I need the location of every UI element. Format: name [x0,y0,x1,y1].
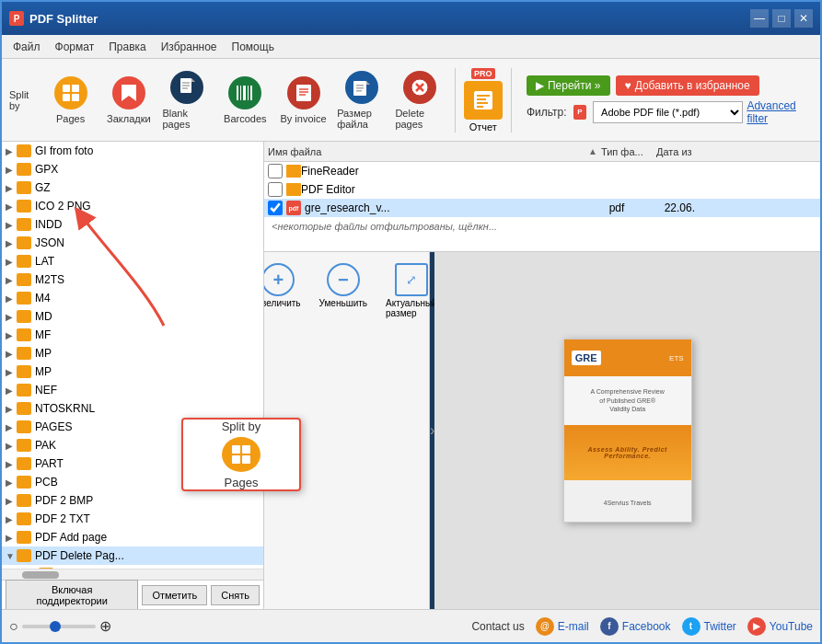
tool-delete-pages[interactable]: Delete pages [392,64,446,136]
add-favorites-button[interactable]: ♥ Добавить в избранное [616,75,759,96]
tree-item-json[interactable]: ▶ JSON [2,234,263,252]
tree-item-mf[interactable]: ▶ MF [2,326,263,344]
folder-icon [17,181,31,194]
tree-item-mp2[interactable]: ▶ MP [2,362,263,381]
filter-row: Фильтр: P Adobe PDF file (*.pdf) Advance… [527,99,813,125]
tree-item-mp1[interactable]: ▶ MP [2,344,263,362]
file-checkbox[interactable] [268,201,283,215]
svg-rect-2 [63,94,70,101]
include-subdirs-button[interactable]: Включая поддиректории [6,580,138,610]
tree-item-ico2png[interactable]: ▶ ICO 2 PNG [2,197,263,215]
advanced-filter-link[interactable]: Advanced filter [747,99,813,125]
report-icon [464,81,503,120]
twitter-link[interactable]: t Twitter [682,617,736,636]
file-row-pdf-editor[interactable]: PDF Editor [264,180,820,199]
barcodes-icon [228,76,261,109]
zoom-out-button[interactable]: − Уменьшить [316,259,371,322]
report-button[interactable]: PRO Отчет [462,64,504,136]
blank-pages-icon [170,71,203,104]
file-list-scroll[interactable]: FineReader PDF Editor [264,162,820,251]
tree-item-pdf2txt[interactable]: ▶ PDF 2 TXT [2,510,263,528]
tree-item-nef[interactable]: ▶ NEF [2,381,263,399]
file-tree-panel: ▶ GI from foto ▶ GPX ▶ GZ [2,142,264,609]
youtube-link[interactable]: ▶ YouTube [747,617,813,636]
file-row-gre-research[interactable]: pdf gre_research_v... pdf 22.06. [264,199,820,217]
file-name: PDF Editor [301,183,608,196]
facebook-link[interactable]: f Facebook [600,617,671,636]
menu-format[interactable]: Формат [48,39,102,55]
tool-bookmarks[interactable]: Закладки [101,64,156,136]
file-tree-scroll[interactable]: ▶ GI from foto ▶ GPX ▶ GZ [2,142,263,569]
status-bar: ○ ⊕ Contact us @ E-mail f Facebook t Twi… [2,609,820,642]
zoom-slider[interactable] [22,625,96,628]
folder-icon [17,310,31,323]
folder-icon [17,384,31,397]
maximize-button[interactable]: □ [772,9,791,28]
zoom-minus-button[interactable]: ○ [9,618,18,635]
minimize-button[interactable]: — [750,9,769,28]
filesize-icon [345,71,378,104]
menu-file[interactable]: Файл [6,39,48,55]
tool-by-invoice[interactable]: By invoice [276,64,330,136]
tool-pages[interactable]: Pages [43,64,98,136]
tree-item-pdf-delete-page[interactable]: ▼ PDF Delete Pag... [2,546,263,565]
tool-filesize[interactable]: Размер файла [334,64,388,136]
tree-item-m2ts[interactable]: ▶ M2TS [2,270,263,289]
tree-item-indd[interactable]: ▶ INDD [2,215,263,234]
svg-rect-31 [477,106,483,108]
menu-edit[interactable]: Правка [101,39,154,55]
svg-rect-11 [240,86,241,100]
folder-icon [17,328,31,341]
menu-favorites[interactable]: Избранное [154,39,225,55]
mark-button[interactable]: Отметить [142,585,207,605]
tree-item-pdf-add-page[interactable]: ▶ PDF Add page [2,528,263,546]
file-row-finereader[interactable]: FineReader [264,162,820,180]
folder-icon [17,512,31,525]
zoom-plus-button[interactable]: ⊕ [99,617,111,635]
col-date: Дата из [656,146,816,157]
tree-item-pdf2bmp[interactable]: ▶ PDF 2 BMP [2,491,263,510]
navigate-button[interactable]: ▶ Перейти » [527,75,610,96]
main-window: P PDF Splitter — □ ✕ Файл Формат Правка … [0,0,822,644]
email-link[interactable]: @ E-mail [536,617,589,636]
tree-item-gpx[interactable]: ▶ GPX [2,160,263,178]
zoom-in-button[interactable]: + Увеличить [264,259,305,322]
unmark-button[interactable]: Снять [211,585,260,605]
file-checkbox[interactable] [268,164,283,178]
tree-item-m4[interactable]: ▶ M4 [2,289,263,307]
folder-icon [17,236,31,249]
close-button[interactable]: ✕ [794,9,813,28]
zoom-control: ○ ⊕ [9,617,111,635]
svg-marker-20 [366,81,370,85]
filter-select[interactable]: Adobe PDF file (*.pdf) [593,101,743,123]
menu-help[interactable]: Помощь [225,39,282,55]
svg-rect-0 [63,85,70,92]
actual-size-button[interactable]: ⤢ Актуальный размер [382,259,441,322]
folder-row-icon [286,183,301,196]
email-icon: @ [536,617,554,636]
menu-bar: Файл Формат Правка Избранное Помощь [2,35,820,59]
svg-rect-33 [242,445,250,454]
svg-rect-29 [477,98,486,100]
tree-item-gz[interactable]: ▶ GZ [2,178,263,197]
scroll-thumb [22,571,59,579]
folder-icon [17,457,31,470]
folder-icon [17,402,31,415]
gre-logo: GRE [572,351,601,365]
tree-item-gi-from-foto[interactable]: ▶ GI from foto [2,142,263,160]
folder-icon [17,218,31,231]
pdf-tagline: Assess Ability. Predict Performance. [568,446,688,459]
tooltip-pages-label: Pages [225,476,259,489]
tool-barcodes[interactable]: Barcodes [218,64,272,136]
bookmarks-icon [112,76,145,109]
tree-item-md[interactable]: ▶ MD [2,307,263,326]
tree-horizontal-scroll[interactable] [2,569,263,580]
tool-blank-pages[interactable]: Blank pages [159,64,214,136]
folder-icon [17,476,31,489]
twitter-icon: t [682,617,700,636]
tree-item-lat[interactable]: ▶ LAT [2,252,263,270]
folder-icon [17,494,31,507]
tree-item-ntoskrnl[interactable]: ▶ NTOSKRNL [2,399,263,418]
file-checkbox[interactable] [268,182,283,197]
file-name: FineReader [301,165,608,178]
